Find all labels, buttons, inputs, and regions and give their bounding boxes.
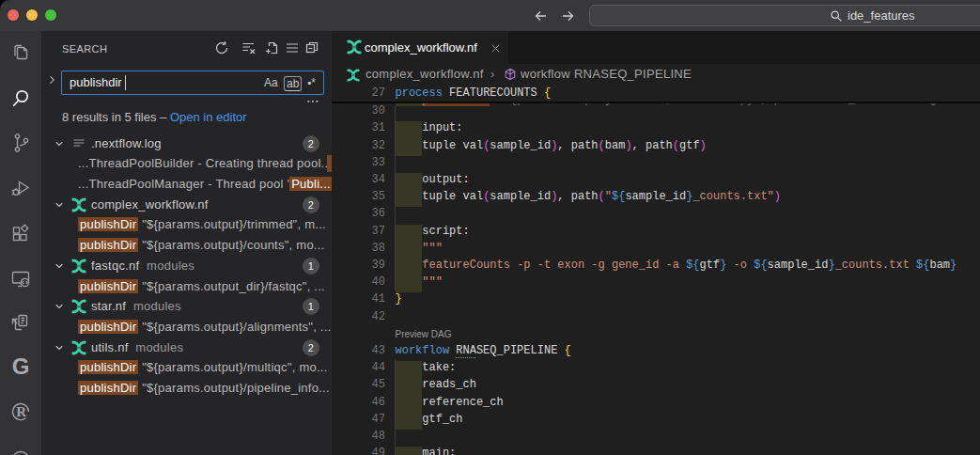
svg-text:G: G [12, 356, 30, 379]
svg-text:R: R [16, 404, 26, 419]
